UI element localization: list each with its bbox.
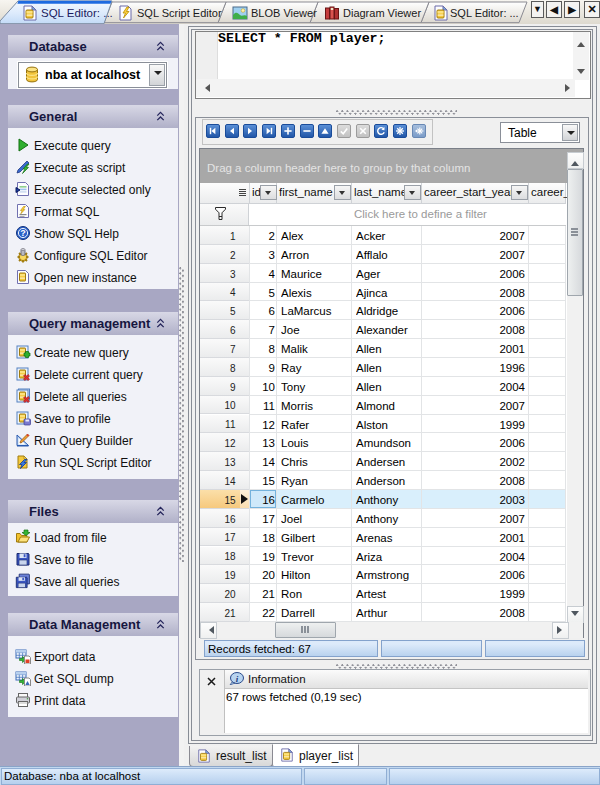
svg-text:?: ? (20, 228, 26, 238)
